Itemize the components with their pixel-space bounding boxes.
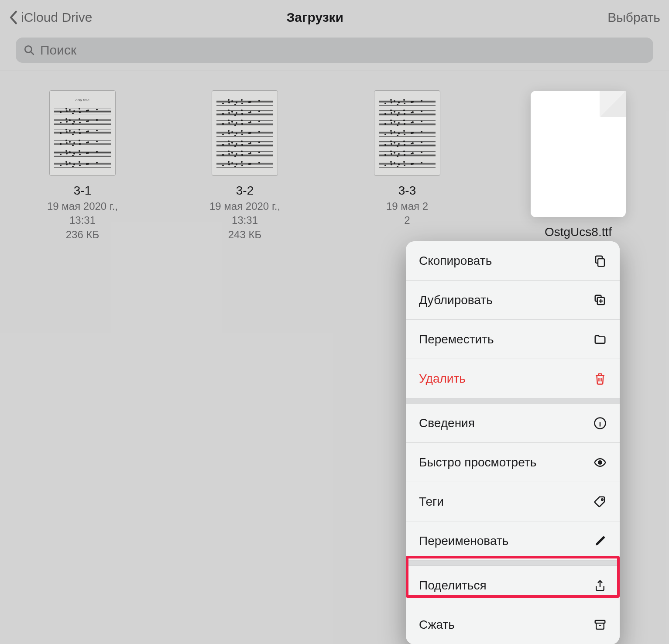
file-thumbnail-generic: [531, 91, 626, 217]
file-date: 19 мая 2020 г., 13:31: [197, 199, 292, 228]
svg-line-1: [31, 51, 34, 55]
menu-label: Сжать: [419, 618, 455, 632]
search-input[interactable]: Поиск: [16, 38, 653, 63]
file-name: 3-2: [197, 184, 292, 198]
trash-icon: [594, 372, 607, 385]
file-name: 3-1: [35, 184, 130, 198]
file-size: 2: [360, 213, 455, 227]
file-item[interactable]: 3-2 19 мая 2020 г., 13:31 243 КБ: [197, 90, 292, 242]
menu-label: Поделиться: [419, 579, 487, 593]
menu-label: Дублировать: [419, 293, 493, 307]
menu-separator: [406, 398, 620, 404]
menu-label: Переименовать: [419, 534, 508, 548]
menu-separator: [406, 561, 620, 566]
file-size: 236 КБ: [35, 228, 130, 242]
page-title: Загрузки: [22, 10, 607, 25]
file-name: OstgUcs8.ttf: [531, 225, 626, 239]
menu-tags[interactable]: Теги: [406, 482, 620, 521]
pencil-icon: [594, 534, 607, 548]
file-item[interactable]: only time 3-1 19 мая 2020 г., 13:31 236 …: [35, 90, 130, 242]
menu-label: Удалить: [419, 372, 466, 386]
menu-share[interactable]: Поделиться: [406, 566, 620, 605]
file-name: 3-3: [360, 184, 455, 198]
search-icon: [24, 45, 35, 56]
info-icon: [594, 417, 607, 430]
svg-point-6: [601, 499, 603, 500]
menu-info[interactable]: Сведения: [406, 404, 620, 443]
menu-rename[interactable]: Переименовать: [406, 521, 620, 561]
duplicate-icon: [594, 294, 607, 307]
share-icon: [594, 579, 607, 592]
copy-icon: [594, 254, 607, 267]
file-date: 19 мая 2: [360, 199, 455, 213]
file-thumbnail: only time: [49, 90, 116, 176]
menu-move[interactable]: Переместить: [406, 320, 620, 359]
file-item[interactable]: 3-3 19 мая 2 2: [360, 90, 455, 242]
menu-label: Скопировать: [419, 254, 492, 268]
menu-copy[interactable]: Скопировать: [406, 241, 620, 281]
nav-bar: iCloud Drive Загрузки Выбрать: [0, 0, 669, 35]
archive-icon: [594, 618, 607, 631]
menu-label: Сведения: [419, 416, 475, 430]
tag-icon: [594, 495, 607, 508]
file-thumbnail: [374, 90, 440, 176]
file-size: 243 КБ: [197, 228, 292, 242]
context-menu: Скопировать Дублировать Переместить Удал…: [406, 241, 620, 644]
menu-label: Переместить: [419, 332, 494, 346]
eye-icon: [594, 456, 607, 469]
menu-quicklook[interactable]: Быстро просмотреть: [406, 443, 620, 482]
page-fold-icon: [600, 91, 626, 117]
search-wrap: Поиск: [0, 35, 669, 71]
svg-rect-2: [598, 259, 604, 267]
select-button[interactable]: Выбрать: [607, 10, 660, 25]
file-item-selected[interactable]: OstgUcs8.ttf: [531, 91, 626, 241]
chevron-left-icon: [9, 10, 17, 25]
file-thumbnail: [212, 90, 278, 176]
menu-label: Быстро просмотреть: [419, 456, 536, 469]
svg-point-5: [598, 461, 602, 464]
menu-label: Теги: [419, 495, 444, 509]
search-placeholder: Поиск: [40, 43, 76, 58]
file-date: 19 мая 2020 г., 13:31: [35, 199, 130, 228]
menu-duplicate[interactable]: Дублировать: [406, 281, 620, 320]
svg-rect-7: [595, 620, 605, 623]
thumb-title: only time: [54, 98, 111, 102]
menu-delete[interactable]: Удалить: [406, 359, 620, 398]
menu-compress[interactable]: Сжать: [406, 605, 620, 644]
folder-icon: [594, 333, 607, 346]
